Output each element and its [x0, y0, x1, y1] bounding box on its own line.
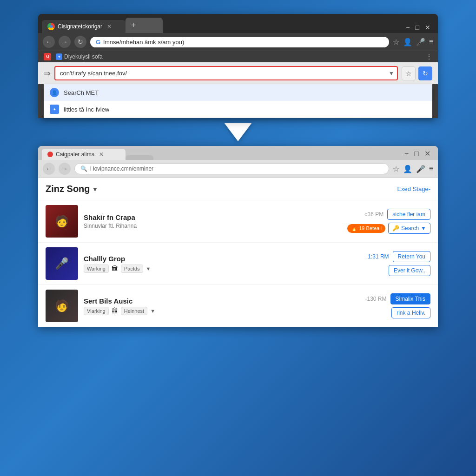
tag-icon-3: 🏛 [112, 307, 118, 315]
song-1-badge[interactable]: 🔥 19 Beteall [347, 224, 385, 233]
top-toolbar-icons: ☆ 👤 🎤 ≡ [393, 38, 433, 46]
song-3-btn1[interactable]: Simalix This [390, 293, 430, 304]
bookmark-item-2[interactable]: ✦ Diyekulysii sofa [56, 53, 103, 60]
bottom-mic-icon[interactable]: 🎤 [416, 165, 425, 173]
address-right-icons: ☆ ↻ [402, 66, 432, 80]
bookmark-icon-letter: M [46, 54, 49, 59]
bottom-toolbar: ← → 🔍 l lovipnance.cmn/enminer ☆ 👤 🎤 ≡ [38, 160, 438, 178]
song-3-btn2[interactable]: rink a Hellv. [391, 307, 430, 318]
song-row-2: 🎤 Challly Grop Warking 🏛 Pactds ▼ 1:31 R… [38, 243, 438, 285]
omnibox-bottom[interactable]: 🔍 l lovipnance.cmn/enminer [74, 163, 389, 174]
top-minimize-button[interactable]: − [406, 24, 410, 31]
tag-pactds: Pactds [121, 264, 143, 273]
star-button[interactable]: ☆ [402, 66, 416, 80]
song-1-btn1[interactable]: siche fler iam [387, 209, 430, 220]
bookmark-icon-2: ✦ [56, 53, 62, 60]
bottom-forward-button[interactable]: → [59, 163, 71, 175]
tag-icon: 🏛 [112, 265, 118, 272]
suggestion-1-text: SearCh MET [64, 89, 99, 96]
tag-vlarking: Vlarking [84, 307, 109, 315]
song-1-thumbnail: 🧑 [46, 205, 78, 238]
bottom-maximize-button[interactable]: □ [414, 150, 419, 158]
song-1-badge-text: 19 Beteall [359, 225, 382, 231]
zinz-dropdown-icon[interactable]: ▼ [92, 185, 99, 193]
bottom-tab-title: Caigpaler alims [56, 151, 94, 158]
song-1-title: Shakir fn Crapa [84, 213, 342, 221]
google-logo: G [96, 39, 100, 46]
bookmark-star-icon[interactable]: ☆ [393, 38, 399, 46]
suggestion-item-1[interactable]: 👤 SearCh MET [44, 84, 432, 101]
bookmark-item-1[interactable]: M [44, 53, 51, 60]
content-header: Zinz Song ▼ Exed Stage- [38, 178, 438, 200]
top-active-tab[interactable]: Cisignatetckorigar ✕ [42, 20, 126, 33]
bottom-tab-close[interactable]: ✕ [99, 151, 104, 158]
song-row-1: 🧑 Shakir fn Crapa Sinnuvlar ftl. Rihanna… [38, 200, 438, 243]
address-dropdown-arrow-icon: ▼ [389, 70, 394, 77]
suggestion-item-2[interactable]: ✦ littles tā Inc fview [44, 101, 432, 118]
tag-heinnest: Heinnest [121, 307, 147, 315]
song-2-title: Challly Grop [84, 255, 362, 263]
song-3-actions: -130 RM Simalix This rink a Hellv. [365, 293, 430, 318]
omnibox-top[interactable]: G lmnse/mhehan āmk s/am you) [90, 37, 389, 47]
song-2-tags: Warking 🏛 Pactds ▼ [84, 264, 362, 273]
suggestion-2-icon: ✦ [50, 105, 59, 114]
nav-arrow-icon[interactable]: ⇒ [44, 68, 51, 79]
song-3-thumbnail: 🧑 [46, 290, 78, 322]
forward-button[interactable]: → [59, 36, 71, 48]
tag-3-dropdown-arrow[interactable]: ▼ [150, 308, 155, 314]
bookmark-more-icon[interactable]: ⋮ [426, 53, 432, 60]
song-1-btn-row: 🔥 19 Beteall 🔑 Search ▼ [347, 223, 430, 234]
song-1-subtitle: Sinnuvlar ftl. Rihanna [84, 223, 342, 229]
song-1-search-btn[interactable]: 🔑 Search ▼ [388, 223, 430, 234]
song-3-time: -130 RM [365, 296, 387, 302]
bottom-active-tab[interactable]: Caigpaler alims ✕ [42, 149, 126, 160]
top-tab-bar: Cisignatetckorigar ✕ + − □ ✕ [38, 14, 438, 33]
address-input-wrapper: ▼ [54, 66, 398, 80]
zinz-title-text: Zinz Song [46, 184, 90, 194]
tag-dropdown-arrow[interactable]: ▼ [146, 266, 151, 271]
bottom-toolbar-icons: ☆ 👤 🎤 ≡ [393, 165, 433, 173]
tab-favicon [47, 152, 53, 157]
thumb-2-icon: 🎤 [55, 257, 69, 270]
bottom-browser-window: Caigpaler alims ✕ − □ ✕ ← → 🔍 l lovipnan… [38, 146, 438, 327]
tag-warking: Warking [84, 264, 109, 273]
bottom-tab-bar: Caigpaler alims ✕ − □ ✕ [38, 146, 438, 160]
exed-stage-link[interactable]: Exed Stage- [397, 185, 430, 192]
song-2-time: 1:31 RM [368, 253, 389, 260]
tag-icon-3-wrapper: 🏛 [112, 307, 118, 315]
omnibox-top-text: lmnse/mhehan āmk s/am you) [103, 39, 184, 46]
mic-icon[interactable]: 🎤 [416, 38, 425, 46]
omnibox-search-icon: 🔍 [80, 165, 87, 172]
bottom-back-button[interactable]: ← [43, 163, 55, 175]
song-3-tags: Vlarking 🏛 Heinnest ▼ [84, 307, 360, 315]
menu-icon[interactable]: ≡ [429, 38, 433, 46]
song-2-btn2[interactable]: Ever it Gow.. [389, 265, 430, 276]
top-toolbar: ← → ↻ G lmnse/mhehan āmk s/am you) ☆ 👤 🎤… [38, 33, 438, 51]
bottom-minimize-button[interactable]: − [404, 150, 409, 158]
back-button[interactable]: ← [43, 36, 55, 48]
reload-button[interactable]: ↻ [74, 36, 86, 48]
bottom-profile-icon[interactable]: 👤 [403, 165, 412, 173]
omnibox-bottom-text: l lovipnance.cmn/enminer [90, 165, 153, 172]
down-arrow-container [224, 123, 252, 141]
top-inactive-tab[interactable]: + [126, 18, 163, 33]
top-tab-title: Cisignatetckorigar [58, 23, 102, 30]
bottom-close-button[interactable]: ✕ [424, 149, 430, 158]
song-row-3: 🧑 Sert Bils Ausic Vlarking 🏛 Heinnest ▼ … [38, 285, 438, 327]
address-input[interactable] [54, 66, 398, 80]
top-tab-inactive-label: + [131, 20, 136, 30]
top-maximize-button[interactable]: □ [416, 24, 419, 31]
address-bar-section: ⇒ ▼ ☆ ↻ [38, 62, 438, 84]
key-icon: 🔑 [392, 225, 399, 231]
bottom-bookmark-icon[interactable]: ☆ [393, 165, 399, 173]
suggestion-1-icon: 👤 [50, 88, 59, 97]
top-tab-close[interactable]: ✕ [107, 23, 112, 30]
thumb-person-icon: 🧑 [55, 215, 69, 228]
top-close-button[interactable]: ✕ [425, 24, 430, 31]
bottom-inactive-tab[interactable] [126, 155, 153, 160]
bottom-menu-icon[interactable]: ≡ [429, 165, 433, 173]
bookmark-label: Diyekulysii sofa [64, 53, 103, 60]
song-2-btn1[interactable]: Retern You [393, 251, 430, 262]
profile-icon[interactable]: 👤 [403, 38, 412, 46]
reload-addr-button[interactable]: ↻ [418, 66, 432, 80]
